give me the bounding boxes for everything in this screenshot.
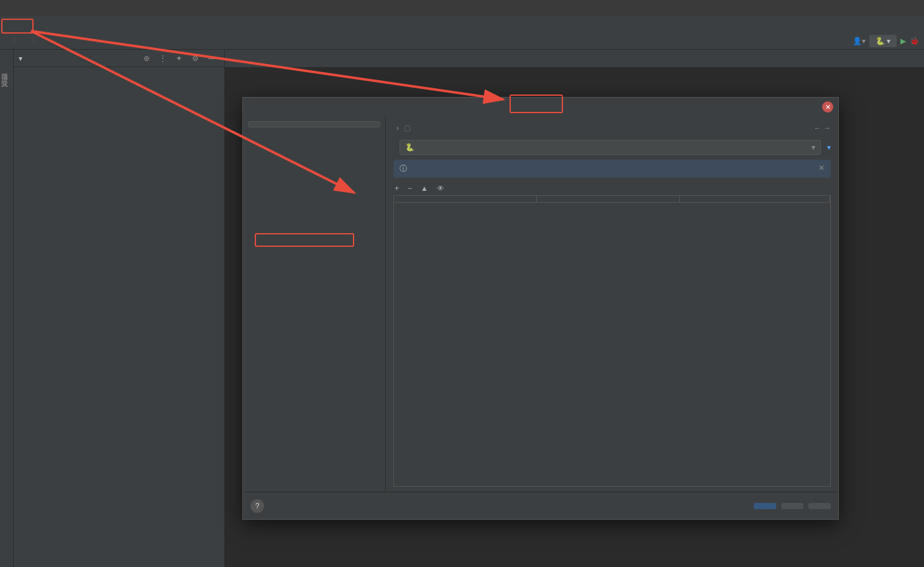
pkg-table-header [394,196,830,203]
settings-search-input[interactable] [248,121,380,127]
settings-sidebar [243,116,386,492]
dialog-footer: ? [243,492,838,519]
run-config-dropdown[interactable]: 🐍 ▾ [869,35,897,47]
cancel-button[interactable] [781,503,803,509]
show-early-icon[interactable]: 👁 [437,184,444,193]
ok-button[interactable] [754,503,776,509]
help-icon[interactable]: ? [250,499,264,513]
breadcrumb-project[interactable] [5,36,10,45]
upgrade-package-icon[interactable]: ▲ [421,184,428,193]
add-package-icon[interactable]: + [395,184,399,193]
panel-tools[interactable]: ⊕ ⋮ ✦ ⚙ — [144,54,219,63]
run-icon[interactable]: ▶ [900,37,906,45]
close-banner-icon[interactable]: ✕ [818,164,825,172]
apply-button[interactable] [808,503,831,509]
nav-bar: 〉 〉 👤▾ 🐍 ▾ ▶ 🐞 [0,32,924,50]
user-icon[interactable]: 👤▾ [853,37,866,45]
add-interpreter-link[interactable]: ▾ [827,143,831,152]
breadcrumb-file[interactable] [42,36,47,45]
window-title [0,0,924,16]
close-icon[interactable]: ✕ [822,101,833,113]
menu-bar [0,16,924,32]
package-toolbar: + − ▲ 👁 [393,182,831,195]
left-gutter: 项目 提交 [0,50,14,567]
package-table[interactable] [393,195,831,487]
settings-dialog: ✕ › ▢ ← → 🐍 ▾ ▾ [242,97,839,520]
remove-package-icon[interactable]: − [408,184,412,193]
project-panel: ▾ ⊕ ⋮ ✦ ⚙ — [14,50,225,567]
settings-breadcrumb: › ▢ [393,121,411,135]
dialog-title-bar: ✕ [243,98,838,116]
debug-icon[interactable]: 🐞 [910,37,919,45]
nav-arrows[interactable]: ← → [814,124,831,132]
interpreter-select[interactable]: 🐍 ▾ [400,140,821,155]
breadcrumb: 〉 〉 [5,35,47,46]
settings-content: › ▢ ← → 🐍 ▾ ▾ ⓘ ✕ + − [386,116,838,492]
info-banner: ⓘ ✕ [393,160,831,178]
run-config-area: 👤▾ 🐍 ▾ ▶ 🐞 [853,35,919,47]
